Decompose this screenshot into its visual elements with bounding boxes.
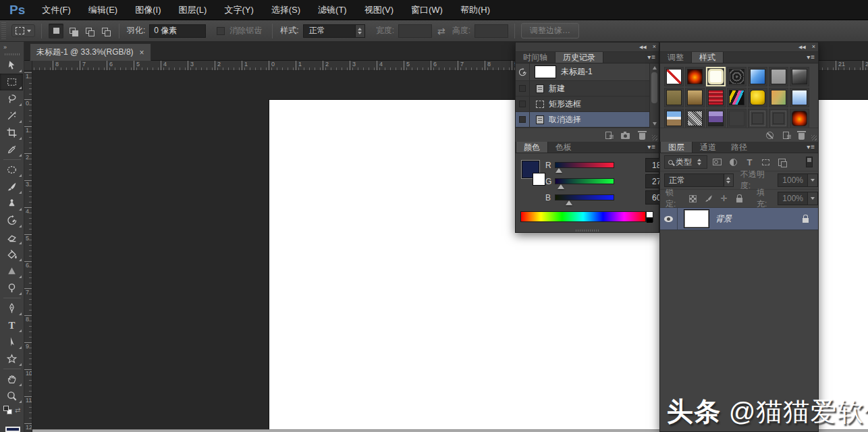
style-swatch-multicolor-abstract[interactable] [727, 88, 747, 107]
layer-visibility-toggle[interactable] [660, 208, 678, 230]
lock-position-button[interactable]: ✛ [718, 193, 730, 205]
lock-transparency-button[interactable] [686, 193, 699, 205]
background-color-swatch[interactable] [533, 173, 545, 186]
scroll-down-icon[interactable] [650, 119, 659, 128]
history-snapshot-row[interactable]: 未标题-1 [516, 63, 659, 81]
options-bar-grip[interactable] [1, 22, 6, 40]
crop-tool[interactable] [0, 124, 23, 141]
menu-item-3[interactable]: 图像(I) [126, 0, 169, 20]
hand-tool[interactable] [0, 371, 23, 387]
document-tab[interactable]: 未标题-1 @ 33.3%(RGB/8) × [30, 43, 151, 61]
panel-menu-icon[interactable]: ▾≡ [807, 143, 815, 151]
style-swatch-red-glow-rounded[interactable] [790, 109, 809, 128]
style-swatch-empty[interactable] [727, 109, 747, 128]
eyedropper-tool[interactable] [0, 141, 23, 158]
lock-pixels-button[interactable] [702, 193, 714, 205]
menu-item-5[interactable]: 文字(Y) [215, 0, 262, 20]
filter-adjustment-layers-button[interactable] [727, 157, 740, 168]
type-tool[interactable]: T [0, 317, 23, 333]
menu-item-7[interactable]: 滤镜(T) [309, 0, 356, 20]
filter-pixel-layers-button[interactable] [711, 157, 724, 168]
channel-slider[interactable] [555, 178, 614, 184]
swap-colors-icon[interactable]: ⇄ [15, 406, 20, 414]
height-input[interactable] [474, 24, 508, 38]
style-swatch-orange-green[interactable] [769, 88, 788, 107]
menu-item-8[interactable]: 视图(V) [356, 0, 402, 20]
tab-调整[interactable]: 调整 [660, 52, 691, 63]
toolbar-grip[interactable] [5, 53, 20, 55]
add-to-selection-button[interactable] [65, 24, 80, 38]
menu-item-6[interactable]: 选择(S) [263, 0, 309, 20]
style-swatch-blue-glass[interactable] [748, 67, 767, 86]
foreground-color-swatch[interactable] [5, 427, 20, 432]
history-brush-tool[interactable] [0, 212, 23, 229]
history-entry-矩形选框[interactable]: 矩形选框 [516, 97, 659, 112]
tab-通道[interactable]: 通道 [693, 142, 724, 153]
tab-图层[interactable]: 图层 [660, 142, 693, 153]
patch-tool[interactable] [0, 161, 23, 178]
delete-state-icon[interactable] [639, 133, 645, 140]
paint-bucket-tool[interactable] [0, 246, 23, 263]
close-document-icon[interactable]: × [140, 48, 144, 57]
style-swatch-black-concentric[interactable] [727, 67, 747, 86]
history-source-gutter[interactable] [516, 97, 530, 111]
style-swatch-red-stripes[interactable] [706, 88, 726, 107]
history-source-gutter[interactable] [516, 81, 530, 96]
menu-item-4[interactable]: 图层(L) [169, 0, 215, 20]
opacity-select[interactable]: 100% [778, 173, 818, 187]
history-source-gutter[interactable] [516, 112, 530, 127]
fill-select[interactable]: 100% [778, 192, 818, 205]
resize-grip[interactable] [652, 135, 657, 140]
clone-stamp-tool[interactable] [0, 195, 23, 212]
style-swatch-sky-blue-glass[interactable] [790, 88, 809, 107]
style-select[interactable]: 正常 [303, 24, 365, 38]
tab-时间轴[interactable]: 时间轴 [516, 52, 555, 63]
panel-resize-grip[interactable] [576, 230, 599, 232]
subtract-from-selection-button[interactable] [81, 24, 96, 38]
tab-样式[interactable]: 样式 [691, 52, 724, 63]
blend-mode-select[interactable]: 正常 [664, 173, 734, 187]
collapse-toolbar-button[interactable]: » [0, 42, 24, 51]
filter-kind-select[interactable]: 类型 [664, 155, 707, 169]
clear-style-icon[interactable] [766, 132, 774, 139]
menu-item-9[interactable]: 窗口(W) [402, 0, 452, 20]
dodge-tool[interactable] [0, 279, 23, 296]
layer-row-background[interactable]: 背景 [660, 208, 818, 230]
menu-item-1[interactable]: 文件(F) [33, 0, 80, 20]
set-source-checkbox[interactable] [519, 116, 526, 123]
history-entry-取消选择[interactable]: 取消选择 [516, 112, 659, 128]
eraser-tool[interactable] [0, 229, 23, 246]
antialias-checkbox[interactable] [217, 27, 225, 35]
slider-handle[interactable] [566, 200, 572, 205]
channel-slider[interactable] [555, 194, 614, 200]
style-swatch-cream-rounded-frame[interactable] [706, 67, 726, 86]
new-selection-button[interactable] [49, 24, 63, 38]
history-scrollbar[interactable] [649, 63, 659, 128]
close-panel-icon[interactable]: × [812, 43, 815, 51]
collapse-panel-icon[interactable]: ◀◀ [798, 43, 806, 51]
collapse-panel-icon[interactable]: ◀◀ [639, 43, 647, 51]
style-swatch-square-outline-a[interactable] [748, 109, 767, 128]
style-swatch-steel-gradient[interactable] [790, 67, 809, 86]
vertical-ruler[interactable]: 10123456789101112 [24, 71, 32, 432]
refine-edge-button[interactable]: 调整边缘… [521, 23, 579, 38]
style-swatch-olive[interactable] [664, 88, 684, 107]
path-selection-tool[interactable] [0, 333, 23, 350]
panel-header[interactable]: ◀◀ × [516, 43, 659, 52]
lock-all-button[interactable] [734, 193, 746, 205]
brush-tool[interactable] [0, 178, 23, 195]
scroll-up-icon[interactable] [650, 63, 659, 72]
history-entry-新建[interactable]: 新建 [516, 81, 659, 97]
rectangular-marquee-tool[interactable] [0, 74, 23, 90]
filter-smart-objects-button[interactable] [776, 157, 788, 168]
layer-filtering-toggle[interactable] [806, 157, 813, 167]
tab-路径[interactable]: 路径 [724, 142, 755, 153]
slider-handle[interactable] [558, 184, 564, 189]
new-snapshot-icon[interactable] [621, 133, 630, 139]
style-swatch-tan-gradient[interactable] [685, 88, 705, 107]
new-document-from-state-icon[interactable] [605, 132, 612, 139]
menu-item-2[interactable]: 编辑(E) [80, 0, 126, 20]
close-panel-icon[interactable]: × [653, 43, 656, 51]
delete-style-icon[interactable] [798, 133, 805, 140]
panel-menu-icon[interactable]: ▾≡ [647, 53, 656, 61]
